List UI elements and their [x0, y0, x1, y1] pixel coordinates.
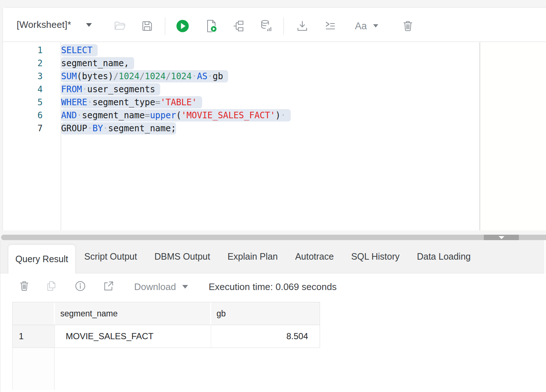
copy-result-button[interactable]: [43, 279, 59, 295]
code-token: ·: [281, 110, 286, 120]
cell-segment_name[interactable]: MOVIE_SALES_FACT: [55, 325, 211, 348]
code-token: /: [166, 71, 171, 81]
code-line-3[interactable]: SUM(bytes)/1024/1024/1024·AS·gb: [61, 70, 477, 83]
code-token: FROM: [61, 84, 82, 94]
worksheet-dropdown-icon[interactable]: [86, 23, 92, 27]
code-line-4[interactable]: FROM·user_segments: [61, 83, 477, 96]
info-icon: [74, 280, 86, 293]
code-token: /: [140, 71, 145, 81]
download-results-label: Download: [134, 281, 176, 293]
line-number-6: 6: [3, 109, 61, 122]
tab-explain-plan[interactable]: Explain Plan: [219, 240, 286, 273]
delete-result-button[interactable]: [16, 279, 32, 295]
tab-query-result[interactable]: Query Result: [8, 244, 76, 273]
result-info-button[interactable]: [72, 279, 88, 295]
code-token: upper: [150, 110, 176, 120]
editor-gutter: 1234567: [3, 44, 61, 135]
trash-icon: [402, 20, 414, 32]
toolbar-separator: [165, 17, 165, 35]
save-icon: [141, 20, 153, 32]
line-number-3: 3: [3, 70, 61, 83]
line-number-5: 5: [3, 96, 61, 109]
toolbar-separator: [283, 17, 284, 35]
code-token: GROUP: [61, 123, 87, 133]
tab-dbms-output[interactable]: DBMS Output: [146, 240, 219, 273]
format-code-icon: [324, 21, 336, 31]
run-script-button[interactable]: [204, 18, 219, 34]
result-grid: segment_namegb 1MOVIE_SALES_FACT8.504: [12, 302, 320, 348]
explain-plan-button[interactable]: [231, 18, 247, 34]
tab-data-loading[interactable]: Data Loading: [408, 240, 479, 273]
code-token: ·: [208, 71, 213, 81]
code-token: 'TABLE': [161, 97, 197, 107]
result-grid-header: segment_namegb: [12, 302, 320, 325]
line-number-2: 2: [3, 57, 61, 70]
results-panel: Query ResultScript OutputDBMS OutputExpl…: [0, 240, 546, 392]
clear-worksheet-button[interactable]: [400, 18, 416, 34]
column-header-segment_name[interactable]: segment_name: [55, 302, 211, 325]
code-token: (bytes): [77, 71, 113, 81]
download-caret-icon: [182, 285, 188, 289]
collapse-panel-arrow-icon: [499, 236, 504, 239]
result-grid-body: 1MOVIE_SALES_FACT8.504: [12, 325, 320, 348]
run-script-icon: [205, 19, 218, 33]
save-button[interactable]: [139, 18, 155, 34]
font-size-caret-icon[interactable]: [373, 24, 378, 27]
row-number-column-strip: [12, 348, 55, 390]
sql-worksheet-page: [Worksheet]*: [0, 0, 546, 392]
open-folder-icon: [114, 20, 126, 32]
code-token: segment_name: [82, 110, 145, 120]
code-token: segment_name;: [108, 123, 176, 133]
editor-code[interactable]: SELECTsegment_name,SUM(bytes)/1024/1024/…: [61, 44, 477, 135]
open-folder-button[interactable]: [112, 18, 128, 34]
collapse-panel-button[interactable]: [484, 235, 519, 240]
open-in-new-button[interactable]: [101, 279, 116, 295]
tab-sql-history[interactable]: SQL History: [342, 240, 408, 273]
code-line-2[interactable]: segment_name,: [61, 57, 477, 70]
code-token: ·: [77, 110, 82, 120]
code-token: SELECT: [61, 45, 93, 55]
code-token: SUM: [61, 71, 77, 81]
code-token: segment_type: [93, 97, 155, 107]
explain-plan-icon: [233, 20, 245, 32]
line-number-1: 1: [3, 44, 61, 57]
sql-editor[interactable]: 1234567 SELECTsegment_name,SUM(bytes)/10…: [3, 42, 546, 230]
code-token: 1024: [145, 71, 166, 81]
line-number-4: 4: [3, 83, 61, 96]
code-token: =: [155, 97, 160, 107]
autotrace-button[interactable]: [259, 18, 274, 34]
code-line-6[interactable]: AND·segment_name=upper('MOVIE_SALES_FACT…: [61, 109, 477, 122]
download-editor-button[interactable]: [294, 18, 310, 34]
cell-gb[interactable]: 8.504: [211, 325, 320, 348]
code-token: 1024: [119, 71, 140, 81]
font-size-button[interactable]: Aa: [353, 18, 369, 34]
open-in-new-icon: [103, 280, 114, 293]
autotrace-icon: [260, 20, 273, 33]
code-token: BY: [93, 123, 103, 133]
code-line-7[interactable]: GROUP·BY·segment_name;: [61, 122, 477, 135]
code-token: ·: [87, 97, 92, 107]
run-statement-button[interactable]: [175, 18, 191, 34]
column-header-gb[interactable]: gb: [211, 302, 320, 325]
tab-bar-right-strip: [543, 240, 546, 273]
line-number-7: 7: [3, 122, 61, 135]
worksheet-title-button[interactable]: [Worksheet]*: [17, 8, 71, 42]
tab-autotrace[interactable]: Autotrace: [286, 240, 342, 273]
worksheet-panel: [Worksheet]*: [3, 7, 546, 230]
code-token: WHERE: [61, 97, 87, 107]
code-token: AS: [197, 71, 208, 81]
table-row[interactable]: 1MOVIE_SALES_FACT8.504: [12, 325, 320, 348]
code-token: ·: [82, 84, 87, 94]
code-token: ): [275, 110, 280, 120]
run-statement-icon: [176, 19, 189, 33]
code-token: ·: [192, 71, 197, 81]
tab-script-output[interactable]: Script Output: [76, 240, 146, 273]
code-line-5[interactable]: WHERE·segment_type='TABLE': [61, 96, 477, 109]
download-results-button[interactable]: Download: [134, 279, 188, 295]
code-token: ·: [103, 123, 108, 133]
format-code-button[interactable]: [322, 18, 338, 34]
results-tab-bar: Query ResultScript OutputDBMS OutputExpl…: [0, 240, 546, 273]
panel-splitter[interactable]: [1, 235, 546, 240]
editor-overview-margin: [480, 42, 546, 230]
code-line-1[interactable]: SELECT: [61, 44, 477, 57]
